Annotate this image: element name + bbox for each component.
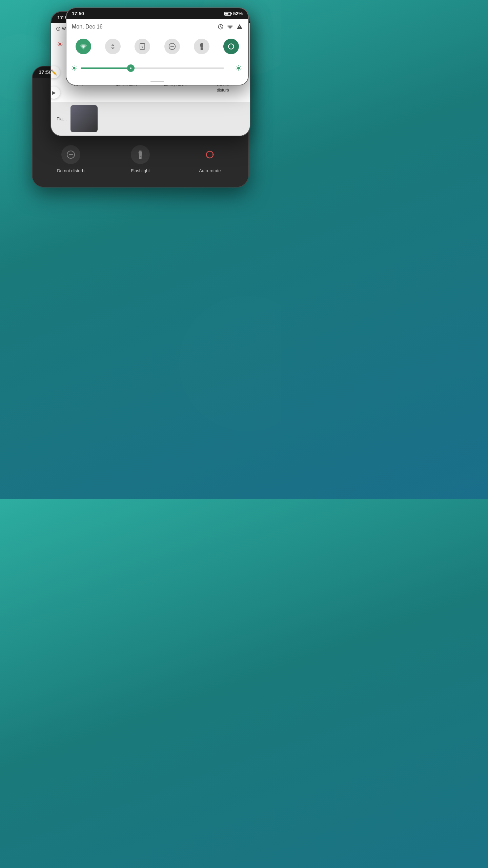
wifi-icon-front-header [227,24,233,30]
brightness-thumb-front [127,64,135,72]
partial-thumbnail [70,105,98,132]
batterysaver-circle-front [135,39,150,54]
wifi-icon-front [80,43,87,50]
brightness-row-front [66,60,248,78]
auto-brightness-icon-front [235,65,242,72]
svg-rect-6 [140,157,141,157]
brightness-slider-front[interactable] [81,67,224,69]
brightness-fill-front [81,67,131,69]
flashlight-icon-back [137,150,144,159]
date-row-front: Mon, Dec 16 [66,19,248,33]
tile-flashlight-back[interactable]: Flashlight [105,138,175,180]
brightness-thumb-front-icon [129,66,133,70]
arrow-up-icon-front [111,44,115,46]
svg-rect-17 [201,47,203,50]
date-front: Mon, Dec 16 [72,24,103,30]
tile-wifi-front[interactable] [68,36,98,57]
mobiledata-circle-front [105,39,121,54]
divider-front [229,63,229,73]
autorotate-circle-front [223,39,239,54]
alarm-icon-front [218,24,224,30]
flashlight-circle-front [194,39,209,54]
wifi-circle-front [76,39,91,54]
brightness-sun-icon-middle [57,41,63,47]
header-icons-front [218,24,243,30]
svg-rect-16 [201,43,203,44]
dnd-label-back: Do not disturb [57,168,84,173]
alarm-icon [56,26,61,31]
tile-mobiledata-front[interactable] [98,36,127,57]
signal-icon-front-header [237,24,243,30]
tile-autorotate-front[interactable] [217,36,246,57]
dnd-icon-circle-back [61,145,80,164]
flashlight-label-back: Flashlight [131,168,150,173]
flashlight-icon-circle-back [131,145,150,164]
tile-batterysaver-front[interactable] [128,36,157,57]
battery-icon-front [224,12,231,16]
dnd-circle-front [164,39,180,54]
battery-saver-icon-front [139,43,145,50]
flashlight-icon-front [199,43,205,50]
autorotate-icon-front [227,43,235,50]
tile-dnd-front[interactable] [157,36,187,57]
autorotate-icon-circle-back [200,145,219,164]
brightness-sun-icon-front [71,65,77,71]
battery-front: 52% [233,11,243,16]
tile-autorotate-back[interactable]: Auto-rotate [175,138,245,180]
pill-indicator [150,81,164,82]
status-right-front: 52% [224,11,243,16]
time-front: 17:50 [72,11,84,16]
svg-rect-4 [139,151,141,152]
mobiledata-icon-front [111,44,115,50]
phones-container: 17:50 52% Custom Carrier [0,66,281,85]
brightness-auto-front[interactable] [234,63,243,73]
autorotate-label-back: Auto-rotate [199,168,221,173]
status-bar-front: 17:50 52% [66,8,248,19]
dnd-icon-front [168,43,176,50]
flashlight-partial-text: Fla… [57,116,67,121]
tile-dnd-back[interactable]: Do not disturb [36,138,105,180]
arrow-down-icon-front [111,47,115,50]
time-back: 17:50 [39,69,52,75]
bottom-partial: Fla… [51,102,250,136]
phone-front: 17:50 52% Mon, Dec 16 [66,7,249,85]
tile-flashlight-front[interactable] [187,36,216,57]
dnd-icon-back [66,150,75,159]
autorotate-icon-back [205,150,215,159]
svg-rect-5 [139,156,141,159]
quick-grid-front [66,33,248,60]
